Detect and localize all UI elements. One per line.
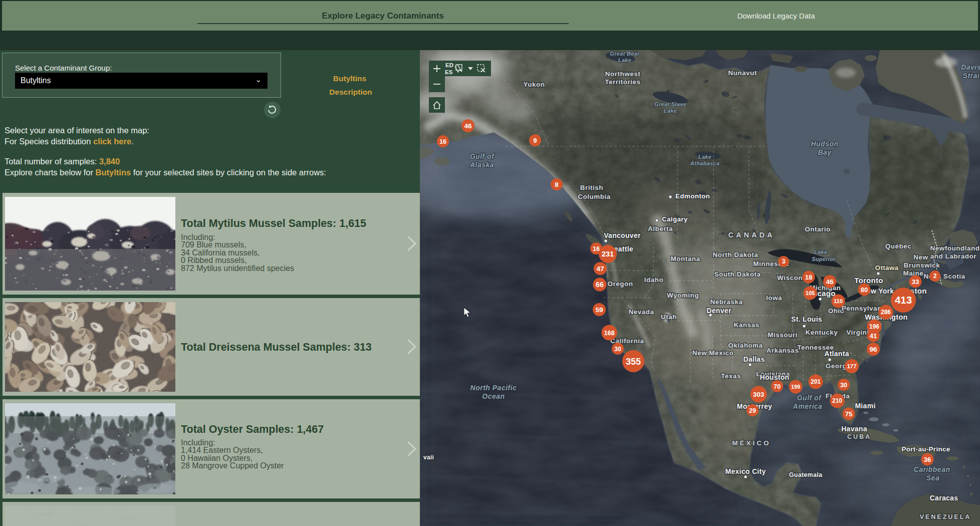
svg-text:105: 105 bbox=[806, 290, 815, 296]
svg-text:CANADA: CANADA bbox=[728, 231, 775, 239]
svg-text:196: 196 bbox=[869, 323, 879, 330]
svg-text:Caracas: Caracas bbox=[930, 494, 958, 502]
svg-text:177: 177 bbox=[847, 363, 856, 369]
svg-text:New Mexico: New Mexico bbox=[692, 349, 733, 357]
svg-text:Alaska: Alaska bbox=[469, 161, 494, 169]
svg-text:Missouri: Missouri bbox=[768, 331, 798, 339]
svg-text:Oklahoma: Oklahoma bbox=[728, 342, 763, 349]
svg-text:Northwest: Northwest bbox=[605, 70, 641, 78]
svg-text:Ocean: Ocean bbox=[482, 392, 505, 400]
svg-text:Lake: Lake bbox=[664, 108, 677, 114]
svg-text:413: 413 bbox=[895, 294, 912, 306]
svg-text:Nebraska: Nebraska bbox=[710, 298, 743, 306]
svg-text:66: 66 bbox=[596, 281, 604, 289]
svg-text:St. Louis: St. Louis bbox=[791, 315, 822, 323]
svg-text:MÉXICO: MÉXICO bbox=[732, 439, 771, 447]
svg-text:Superior: Superior bbox=[812, 256, 836, 262]
svg-text:Davis: Davis bbox=[961, 63, 980, 71]
svg-text:Athabasca: Athabasca bbox=[690, 160, 719, 166]
svg-text:ES: ES bbox=[445, 69, 453, 75]
svg-text:30: 30 bbox=[840, 382, 847, 389]
svg-text:Great Slave: Great Slave bbox=[654, 101, 686, 107]
svg-text:96: 96 bbox=[869, 346, 877, 353]
svg-text:North Dakota: North Dakota bbox=[713, 251, 759, 258]
svg-text:Sea: Sea bbox=[926, 474, 939, 482]
svg-text:Toronto: Toronto bbox=[854, 276, 883, 285]
svg-text:Iowa: Iowa bbox=[766, 294, 782, 302]
svg-text:8: 8 bbox=[555, 181, 558, 188]
svg-text:Kansas: Kansas bbox=[733, 321, 759, 329]
svg-text:Utah: Utah bbox=[661, 313, 677, 321]
svg-text:Bay: Bay bbox=[818, 148, 832, 156]
svg-text:Great Bear: Great Bear bbox=[610, 51, 640, 57]
svg-text:Brunswick: Brunswick bbox=[904, 261, 940, 269]
svg-text:Caribbean: Caribbean bbox=[914, 465, 950, 473]
svg-text:16: 16 bbox=[593, 245, 600, 252]
svg-text:9: 9 bbox=[533, 137, 537, 144]
svg-text:Guatemala: Guatemala bbox=[789, 471, 823, 478]
svg-text:47: 47 bbox=[596, 265, 604, 273]
svg-text:Kentucky: Kentucky bbox=[806, 329, 838, 336]
svg-text:Lake: Lake bbox=[698, 154, 711, 160]
svg-text:210: 210 bbox=[832, 397, 842, 404]
svg-text:80: 80 bbox=[861, 286, 868, 294]
svg-text:Hudson: Hudson bbox=[811, 140, 838, 148]
svg-text:33: 33 bbox=[912, 278, 919, 286]
svg-text:168: 168 bbox=[604, 330, 614, 337]
svg-text:Edmonton: Edmonton bbox=[675, 192, 710, 200]
svg-text:Territories: Territories bbox=[605, 78, 640, 86]
svg-text:3: 3 bbox=[782, 258, 786, 265]
svg-text:America: America bbox=[793, 402, 823, 410]
svg-text:VENEZUELA: VENEZUELA bbox=[920, 513, 971, 520]
svg-text:Ottawa: Ottawa bbox=[875, 264, 899, 272]
svg-text:British: British bbox=[580, 184, 603, 191]
svg-text:Idaho: Idaho bbox=[644, 276, 664, 284]
svg-text:Gulf of: Gulf of bbox=[470, 152, 495, 160]
svg-text:Houston: Houston bbox=[760, 373, 790, 381]
svg-text:Montana: Montana bbox=[671, 255, 700, 262]
svg-text:CUBA: CUBA bbox=[847, 433, 871, 440]
svg-text:Newfoundland: Newfoundland bbox=[930, 244, 980, 252]
svg-text:Lake: Lake bbox=[814, 249, 827, 255]
svg-text:Havana: Havana bbox=[841, 425, 867, 433]
svg-text:Wyoming: Wyoming bbox=[667, 292, 699, 299]
svg-text:46: 46 bbox=[464, 122, 472, 130]
svg-text:Columbia: Columbia bbox=[578, 193, 611, 200]
svg-text:Strait: Strait bbox=[963, 72, 980, 80]
svg-text:Oregon: Oregon bbox=[607, 280, 633, 288]
svg-text:Ontario: Ontario bbox=[805, 225, 831, 233]
svg-text:North Pacific: North Pacific bbox=[470, 384, 517, 392]
svg-text:75: 75 bbox=[845, 410, 853, 418]
svg-text:Vancouver: Vancouver bbox=[604, 231, 641, 239]
svg-text:Yukon: Yukon bbox=[523, 81, 545, 88]
svg-text:Gulf of: Gulf of bbox=[797, 394, 822, 402]
svg-text:46: 46 bbox=[826, 278, 834, 286]
svg-text:Arkansas: Arkansas bbox=[767, 347, 799, 354]
svg-text:South Dakota: South Dakota bbox=[714, 271, 761, 278]
svg-text:30: 30 bbox=[614, 346, 621, 353]
svg-text:36: 36 bbox=[924, 456, 931, 463]
svg-text:41: 41 bbox=[870, 332, 877, 340]
svg-text:ED: ED bbox=[445, 62, 453, 68]
svg-text:286: 286 bbox=[881, 309, 891, 316]
svg-text:Alberta: Alberta bbox=[648, 225, 673, 232]
svg-text:New: New bbox=[913, 253, 928, 261]
svg-text:70: 70 bbox=[774, 383, 781, 390]
svg-text:16: 16 bbox=[439, 138, 446, 145]
svg-text:Lake: Lake bbox=[618, 57, 631, 63]
svg-text:Dallas: Dallas bbox=[743, 355, 765, 363]
svg-text:231: 231 bbox=[602, 250, 614, 258]
svg-text:29: 29 bbox=[749, 407, 756, 414]
svg-text:110: 110 bbox=[834, 298, 843, 304]
svg-text:303: 303 bbox=[753, 391, 765, 398]
svg-text:Texas: Texas bbox=[721, 372, 741, 380]
svg-text:199: 199 bbox=[791, 384, 801, 390]
svg-text:59: 59 bbox=[595, 306, 603, 314]
svg-text:201: 201 bbox=[811, 378, 821, 385]
svg-text:vaii: vaii bbox=[423, 454, 434, 461]
svg-text:Nunavut: Nunavut bbox=[728, 69, 757, 77]
svg-text:355: 355 bbox=[626, 357, 641, 367]
svg-text:Nevada: Nevada bbox=[628, 308, 654, 316]
svg-text:Atlanta: Atlanta bbox=[824, 350, 849, 358]
svg-text:2: 2 bbox=[933, 273, 937, 280]
